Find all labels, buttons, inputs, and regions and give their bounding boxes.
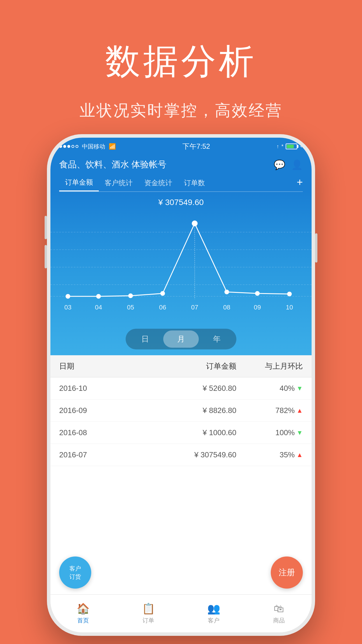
- arrow-up-icon-4: ▲: [296, 451, 303, 459]
- chart-svg-container: 03 04 05 06 07 08 09 10: [50, 212, 312, 323]
- cell-change-2: 782% ▲: [236, 406, 303, 415]
- customers-icon: 👥: [207, 603, 220, 615]
- dot3: [67, 145, 70, 148]
- nav-item-customers[interactable]: 👥 客户: [181, 603, 246, 624]
- hero-title: 数据分析: [0, 0, 362, 85]
- charging-icon: +: [300, 144, 303, 150]
- time-toggle: 日 月 年: [126, 329, 236, 349]
- svg-text:03: 03: [64, 304, 71, 311]
- battery-fill: [287, 145, 294, 148]
- svg-point-9: [161, 291, 165, 295]
- tab-order-count[interactable]: 订单数: [178, 176, 211, 191]
- svg-point-8: [129, 294, 133, 298]
- tab-customer-stats[interactable]: 客户统计: [99, 176, 138, 191]
- message-icon[interactable]: 💬: [274, 159, 285, 170]
- cell-change-1: 40% ▼: [236, 384, 303, 393]
- nav-item-home[interactable]: 🏠 首页: [50, 603, 116, 624]
- orders-icon: 📋: [142, 603, 155, 615]
- cell-amount-4: ¥ 307549.60: [126, 450, 236, 459]
- hero-section: 数据分析 业状况实时掌控，高效经营: [0, 0, 362, 121]
- svg-point-11: [225, 290, 229, 294]
- toggle-year[interactable]: 年: [199, 330, 235, 348]
- nav-label-orders: 订单: [143, 617, 154, 624]
- battery-icon: [286, 144, 297, 149]
- app-title-row: 食品、饮料、酒水 体验帐号 💬 👤: [59, 159, 303, 171]
- customer-order-label: 客户订货: [69, 564, 81, 581]
- products-icon: 🛍: [274, 603, 284, 615]
- svg-text:10: 10: [286, 304, 293, 311]
- tab-fund-stats[interactable]: 资金统计: [138, 176, 178, 191]
- register-button[interactable]: 注册: [271, 556, 303, 589]
- table-header: 日期 订单金额 与上月环比: [50, 355, 312, 377]
- header-amount: 订单金额: [126, 361, 236, 371]
- tabs-row: 订单金额 客户统计 资金统计 订单数 +: [59, 175, 303, 192]
- app-icons: 💬 👤: [274, 159, 303, 170]
- chart-area: ¥ 307549.60: [50, 192, 312, 355]
- status-bar: 中国移动 📶 下午7:52 ↑ * +: [50, 138, 312, 155]
- change-value-4: 35%: [280, 450, 295, 459]
- cell-change-4: 35% ▲: [236, 450, 303, 459]
- cell-amount-3: ¥ 1000.60: [126, 428, 236, 437]
- table-row: 2016-07 ¥ 307549.60 35% ▲: [50, 444, 312, 466]
- svg-point-6: [66, 294, 70, 298]
- change-value-3: 100%: [275, 428, 295, 437]
- svg-text:08: 08: [223, 304, 230, 311]
- cell-change-3: 100% ▼: [236, 428, 303, 437]
- svg-point-12: [255, 291, 259, 295]
- power-button: [315, 233, 317, 262]
- phone-screen: 中国移动 📶 下午7:52 ↑ * + 食品、饮料、酒水 体验帐号: [50, 138, 312, 632]
- cell-date-3: 2016-08: [59, 428, 126, 437]
- signal-dots: [59, 145, 78, 148]
- home-icon: 🏠: [77, 603, 90, 615]
- app-title: 食品、饮料、酒水 体验帐号: [59, 159, 166, 171]
- svg-text:05: 05: [127, 304, 134, 311]
- tab-order-amount[interactable]: 订单金额: [59, 175, 99, 191]
- volume-up-button: [45, 216, 47, 239]
- nav-label-home: 首页: [77, 617, 89, 624]
- phone-frame: 中国移动 📶 下午7:52 ↑ * + 食品、饮料、酒水 体验帐号: [47, 134, 315, 636]
- table-row: 2016-09 ¥ 8826.80 782% ▲: [50, 400, 312, 422]
- status-time: 下午7:52: [182, 142, 210, 151]
- dot2: [63, 145, 66, 148]
- change-value-1: 40%: [280, 384, 295, 393]
- dot5: [75, 145, 78, 148]
- customer-order-button[interactable]: 客户订货: [59, 556, 91, 589]
- table-row: 2016-10 ¥ 5260.80 40% ▼: [50, 377, 312, 400]
- bottom-nav: 🏠 首页 📋 订单 👥 客户 🛍 商品: [50, 594, 312, 632]
- user-icon[interactable]: 👤: [291, 159, 303, 170]
- dot1: [59, 145, 62, 148]
- carrier-label: 中国移动: [82, 143, 105, 150]
- nav-label-products: 商品: [273, 617, 285, 624]
- svg-text:06: 06: [159, 304, 166, 311]
- nav-label-customers: 客户: [208, 617, 219, 624]
- cell-amount-2: ¥ 8826.80: [126, 406, 236, 415]
- chart-svg: 03 04 05 06 07 08 09 10: [50, 212, 312, 323]
- register-label: 注册: [279, 567, 295, 578]
- svg-point-10: [192, 221, 197, 226]
- nav-item-products[interactable]: 🛍 商品: [246, 603, 312, 624]
- location-icon: ↑: [276, 144, 279, 150]
- app-header: 食品、饮料、酒水 体验帐号 💬 👤 订单金额 客户统计 资金统计 订单数 +: [50, 155, 312, 192]
- cell-date-1: 2016-10: [59, 384, 126, 393]
- toggle-month[interactable]: 月: [163, 330, 199, 348]
- cell-date-4: 2016-07: [59, 450, 126, 459]
- status-right: ↑ * +: [276, 144, 303, 150]
- table-row: 2016-08 ¥ 1000.60 100% ▼: [50, 422, 312, 444]
- cell-date-2: 2016-09: [59, 406, 126, 415]
- phone-mockup: 中国移动 📶 下午7:52 ↑ * + 食品、饮料、酒水 体验帐号: [47, 134, 315, 636]
- dot4: [71, 145, 74, 148]
- bluetooth-icon: *: [281, 144, 283, 150]
- nav-item-orders[interactable]: 📋 订单: [116, 603, 181, 624]
- svg-point-7: [96, 294, 101, 298]
- toggle-day[interactable]: 日: [127, 330, 163, 348]
- data-table: 日期 订单金额 与上月环比 2016-10 ¥ 5260.80 40% ▼ 20…: [50, 355, 312, 466]
- arrow-up-icon-2: ▲: [296, 407, 303, 414]
- hero-subtitle: 业状况实时掌控，高效经营: [0, 100, 362, 121]
- change-value-2: 782%: [275, 406, 295, 415]
- wifi-icon: 📶: [109, 143, 116, 150]
- header-date: 日期: [59, 361, 126, 371]
- arrow-down-icon-3: ▼: [296, 429, 303, 437]
- chart-value-label: ¥ 307549.60: [50, 198, 312, 207]
- arrow-down-icon-1: ▼: [296, 385, 303, 392]
- tab-add-button[interactable]: +: [297, 176, 303, 191]
